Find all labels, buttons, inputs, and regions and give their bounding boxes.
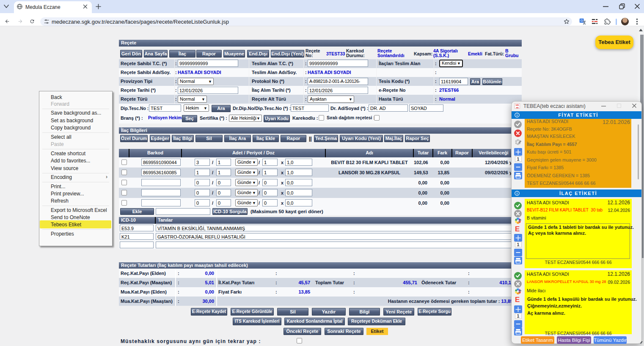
svg-text:G: G (581, 19, 583, 22)
